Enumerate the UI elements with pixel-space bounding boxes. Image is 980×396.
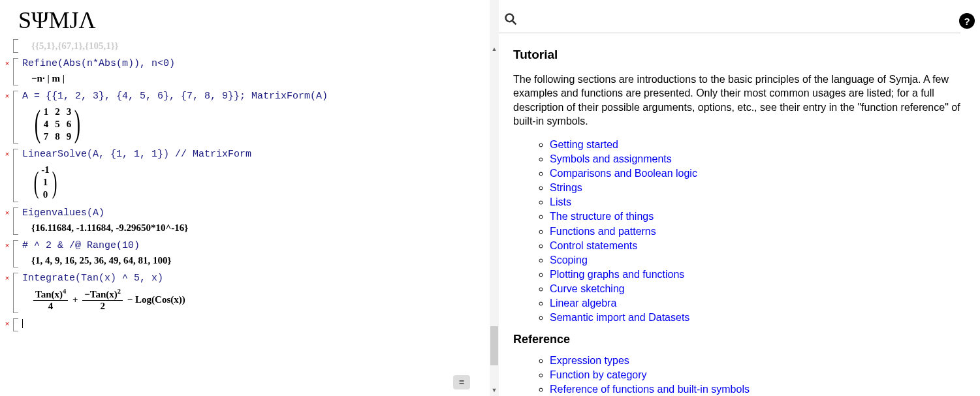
cell-bracket xyxy=(13,39,18,53)
cell: × Eigenvalues(A) {16.11684, -1.11684, -9… xyxy=(0,206,483,236)
cell: × # ^ 2 & /@ Range(10) {1, 4, 9, 16, 25,… xyxy=(0,239,483,269)
scroll-up-icon[interactable]: ▲ xyxy=(490,46,499,55)
cell-input[interactable]: Eigenvalues(A) xyxy=(22,206,483,220)
doc-pane: ? Tutorial The following sections are in… xyxy=(499,0,980,396)
cell-output: {16.11684, -1.11684, -9.29650*10^-16} xyxy=(22,220,483,236)
list-item: Lists xyxy=(550,195,960,209)
cell-empty: × xyxy=(0,317,483,333)
tutorial-link[interactable]: Plotting graphs and functions xyxy=(550,269,684,280)
tutorial-link[interactable]: Strings xyxy=(550,182,582,193)
brand-logo: SΨMJΛ xyxy=(0,0,490,35)
scroll-thumb[interactable] xyxy=(490,326,498,365)
search-icon[interactable] xyxy=(504,12,517,29)
tutorial-link[interactable]: Lists xyxy=(550,196,571,207)
cell-bracket xyxy=(13,149,18,202)
tutorial-link[interactable]: Comparisons and Boolean logic xyxy=(550,168,697,179)
cell-output: {1, 4, 9, 16, 25, 36, 49, 64, 81, 100} xyxy=(22,252,483,269)
help-icon[interactable]: ? xyxy=(959,13,975,29)
tutorial-heading: Tutorial xyxy=(513,46,960,63)
list-item: Strings xyxy=(550,181,960,195)
cell-input[interactable]: LinearSolve(A, {1, 1, 1}) // MatrixForm xyxy=(22,147,483,161)
delete-cell-button[interactable]: × xyxy=(3,271,12,282)
scroll-down-icon[interactable]: ▼ xyxy=(490,387,499,396)
tutorial-link[interactable]: Getting started xyxy=(550,139,618,150)
tutorial-link[interactable]: Symbols and assignments xyxy=(550,153,672,164)
cell: × A = {{1, 2, 3}, {4, 5, 6}, {7, 8, 9}};… xyxy=(0,89,483,145)
svg-point-0 xyxy=(506,14,514,22)
delete-cell-button[interactable]: × xyxy=(3,89,12,100)
svg-line-1 xyxy=(513,20,516,24)
list-item: Symbols and assignments xyxy=(550,152,960,166)
cell-list: × {{5,1},{67,1},{105,1}} × Refine(Abs(n*… xyxy=(0,35,490,388)
list-item: Linear algebra xyxy=(550,296,960,311)
cell-bracket xyxy=(13,207,18,235)
tutorial-link[interactable]: Scoping xyxy=(550,254,588,266)
delete-cell-button[interactable]: × xyxy=(3,206,12,217)
list-item: Expression types xyxy=(550,354,960,368)
cell-bracket xyxy=(13,318,18,331)
cell-output: −n· | m | xyxy=(22,70,483,87)
list-item: Semantic import and Datasets xyxy=(550,311,960,325)
cell: × LinearSolve(A, {1, 1, 1}) // MatrixFor… xyxy=(0,147,483,203)
delete-cell-button[interactable]: × xyxy=(3,147,12,158)
cell-output: {{5,1},{67,1},{105,1}} xyxy=(22,38,483,54)
cell-bracket xyxy=(13,91,18,144)
tutorial-link[interactable]: Control statements xyxy=(550,240,637,251)
cell: × Refine(Abs(n*Abs(m)), n<0) −n· | m | xyxy=(0,57,483,87)
tutorial-link[interactable]: Functions and patterns xyxy=(550,226,656,237)
tutorial-link[interactable]: Semantic import and Datasets xyxy=(550,312,689,323)
notebook-pane: SΨMJΛ × {{5,1},{67,1},{105,1}} × Refine(… xyxy=(0,0,490,396)
tutorial-link[interactable]: Linear algebra xyxy=(550,297,616,309)
list-item: Function by category xyxy=(550,368,960,382)
reference-heading: Reference xyxy=(513,331,960,347)
cell-bracket xyxy=(13,240,18,267)
cell-output: ( 123 456 789 ) xyxy=(22,103,483,145)
delete-cell-button[interactable]: × xyxy=(3,239,12,249)
notebook-scrollbar[interactable]: ▲ ▼ xyxy=(490,0,499,396)
tutorial-link[interactable]: Curve sketching xyxy=(550,283,625,294)
app-root: SΨMJΛ × {{5,1},{67,1},{105,1}} × Refine(… xyxy=(0,0,980,396)
reference-link[interactable]: Expression types xyxy=(550,355,629,366)
list-item: Plotting graphs and functions xyxy=(550,267,960,282)
delete-cell-button[interactable]: × xyxy=(3,57,12,67)
reference-link[interactable]: Reference of functions and built-in symb… xyxy=(550,384,750,395)
tutorial-list: Getting startedSymbols and assignmentsCo… xyxy=(513,138,960,325)
tutorial-intro: The following sections are introductions… xyxy=(513,72,960,129)
cell-input-active[interactable] xyxy=(22,317,483,331)
list-item: Getting started xyxy=(550,138,960,152)
cell-output: ( -1 1 0 ) xyxy=(22,161,483,203)
cell-input[interactable]: Refine(Abs(n*Abs(m)), n<0) xyxy=(22,57,483,70)
cell-input[interactable]: # ^ 2 & /@ Range(10) xyxy=(22,239,483,252)
cell-input[interactable]: A = {{1, 2, 3}, {4, 5, 6}, {7, 8, 9}}; M… xyxy=(22,89,483,103)
list-item: Scoping xyxy=(550,253,960,267)
cell-bracket xyxy=(13,273,18,313)
cell: × Integrate(Tan(x) ^ 5, x) Tan(x)44 + −T… xyxy=(0,271,483,314)
reference-link[interactable]: Function by category xyxy=(550,369,647,380)
list-item: The structure of things xyxy=(550,209,960,224)
delete-cell-button[interactable]: × xyxy=(3,317,12,327)
reference-list: Expression typesFunction by categoryRefe… xyxy=(513,354,960,396)
cell-input[interactable]: Integrate(Tan(x) ^ 5, x) xyxy=(22,271,483,285)
list-item: Comparisons and Boolean logic xyxy=(550,166,960,181)
list-item: Functions and patterns xyxy=(550,224,960,239)
tutorial-link[interactable]: The structure of things xyxy=(550,211,654,222)
cell-bracket xyxy=(13,58,18,85)
cell-output: Tan(x)44 + −Tan(x)22 − Log(Cos(x)) xyxy=(22,285,483,314)
list-item: Curve sketching xyxy=(550,282,960,296)
doc-content: Tutorial The following sections are intr… xyxy=(499,33,973,396)
list-item: Reference of functions and built-in symb… xyxy=(550,382,960,396)
evaluate-button[interactable]: = xyxy=(453,375,470,389)
search-bar xyxy=(499,0,960,33)
list-item: Control statements xyxy=(550,239,960,253)
search-input[interactable] xyxy=(524,12,955,29)
cell-faded: × {{5,1},{67,1},{105,1}} xyxy=(0,38,483,54)
